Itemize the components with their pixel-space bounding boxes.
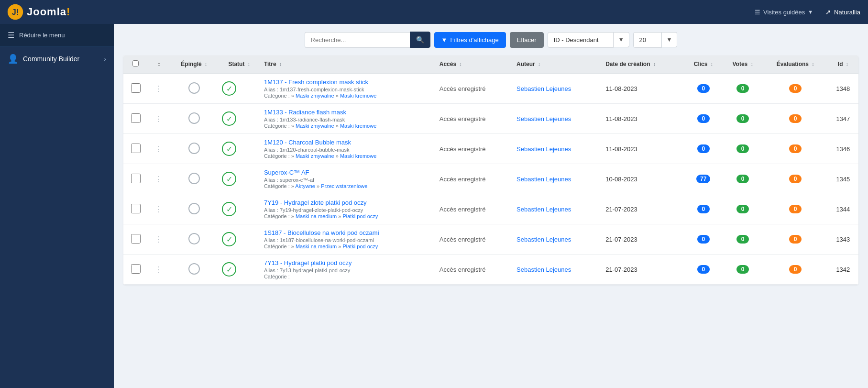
row-id-cell: 1345	[828, 164, 858, 194]
col-auteur-header[interactable]: Auteur ↕	[513, 55, 602, 73]
pin-radio[interactable]	[188, 203, 200, 214]
row-votes-cell: 0	[723, 104, 763, 134]
cat2-link[interactable]: Maski kremowe	[340, 123, 376, 129]
pin-radio[interactable]	[188, 143, 200, 154]
cat2-link[interactable]: Maski kremowe	[340, 93, 376, 99]
cat2-link[interactable]: Płatki pod oczy	[342, 244, 378, 249]
row-checkbox[interactable]	[131, 144, 141, 153]
per-page-select[interactable]: 20 50 100 All	[633, 32, 662, 48]
item-title-link[interactable]: 7Y19 - Hydragel zlote platki pod oczy	[264, 199, 367, 206]
col-created-header[interactable]: Date de création ↕	[602, 55, 684, 73]
status-check[interactable]: ✓	[222, 172, 236, 186]
author-link[interactable]: Sebastien Lejeunes	[516, 236, 571, 243]
col-access-header[interactable]: Accès ↕	[436, 55, 513, 73]
col-titre-header[interactable]: Titre ↕	[260, 55, 436, 73]
item-title-link[interactable]: 1M137 - Fresh complexion mask stick	[264, 78, 368, 86]
access-label: Accès	[439, 61, 456, 67]
drag-handle[interactable]: ⋮	[155, 205, 163, 213]
status-check[interactable]: ✓	[222, 81, 236, 96]
drag-handle[interactable]: ⋮	[155, 266, 163, 274]
cat2-link[interactable]: Maski kremowe	[340, 153, 376, 159]
status-check[interactable]: ✓	[222, 232, 236, 246]
cat2-link[interactable]: Przeciwstarzeniowe	[321, 183, 367, 189]
votes-badge: 0	[736, 144, 749, 153]
pin-radio[interactable]	[188, 233, 200, 244]
drag-handle[interactable]: ⋮	[155, 85, 163, 93]
sidebar-reduce-button[interactable]: ☰ Réduire le menu	[0, 24, 114, 47]
row-eval-cell: 0	[763, 134, 827, 164]
cat1-link[interactable]: Maski zmywalne	[296, 153, 334, 159]
sort-select[interactable]: ID - Descendant ID - Ascendant Titre - A…	[548, 32, 614, 48]
row-checkbox[interactable]	[131, 83, 141, 93]
col-clicks-header[interactable]: Clics ↕	[684, 55, 723, 73]
row-drag-cell: ⋮	[148, 73, 170, 104]
row-id-cell: 1348	[828, 73, 858, 104]
cat2-link[interactable]: Płatki pod oczy	[342, 213, 378, 219]
row-title-cell: 7Y19 - Hydragel zlote platki pod oczy Al…	[260, 194, 436, 224]
pin-radio[interactable]	[188, 173, 200, 184]
epingle-label: Épinglé	[181, 61, 201, 67]
status-check[interactable]: ✓	[222, 262, 236, 277]
votes-badge: 0	[736, 175, 749, 183]
search-input[interactable]	[305, 32, 410, 48]
row-eval-cell: 0	[763, 224, 827, 255]
row-checkbox[interactable]	[131, 264, 141, 274]
col-eval-header[interactable]: Évaluations ↕	[763, 55, 827, 73]
col-id-header[interactable]: Id ↕	[828, 55, 858, 73]
author-link[interactable]: Sebastien Lejeunes	[516, 115, 571, 122]
cat1-link[interactable]: Maski na medium	[296, 244, 337, 249]
status-check[interactable]: ✓	[222, 142, 236, 156]
filters-button[interactable]: ▼ Filtres d'affichage	[434, 32, 506, 48]
author-link[interactable]: Sebastien Lejeunes	[516, 145, 571, 153]
topbar: ☰ Visites guidées ▼ ➚ Naturallia	[114, 0, 868, 24]
cat1-link[interactable]: Maski na medium	[296, 213, 337, 219]
author-link[interactable]: Sebastien Lejeunes	[516, 266, 571, 273]
drag-handle[interactable]: ⋮	[155, 175, 163, 183]
guided-visits-button[interactable]: ☰ Visites guidées ▼	[750, 6, 818, 19]
clicks-badge: 0	[697, 205, 710, 213]
pin-sort-icon: ↕	[157, 61, 160, 67]
pin-radio[interactable]	[188, 112, 200, 124]
drag-handle[interactable]: ⋮	[155, 145, 163, 153]
votes-badge: 0	[736, 265, 749, 274]
row-checkbox[interactable]	[131, 113, 141, 123]
row-checkbox[interactable]	[131, 234, 141, 244]
item-title-link[interactable]: 1S187 - Biocellulose na worki pod oczami	[264, 229, 379, 236]
row-checkbox[interactable]	[131, 174, 141, 183]
votes-label: Votes	[733, 61, 748, 67]
row-checkbox[interactable]	[131, 204, 141, 213]
author-link[interactable]: Sebastien Lejeunes	[516, 206, 571, 213]
row-created-cell: 21-07-2023	[602, 224, 684, 255]
status-check[interactable]: ✓	[222, 111, 236, 126]
item-cat: Catégorie : » Maski na medium » Płatki p…	[264, 244, 432, 249]
cat1-link[interactable]: Aktywne	[295, 183, 315, 189]
author-link[interactable]: Sebastien Lejeunes	[516, 176, 571, 183]
select-all-checkbox[interactable]	[132, 60, 139, 67]
row-access-cell: Accès enregistré	[436, 224, 513, 255]
drag-handle[interactable]: ⋮	[155, 235, 163, 244]
eval-badge: 0	[789, 175, 802, 183]
pin-radio[interactable]	[188, 82, 200, 94]
col-epingle-header[interactable]: Épinglé ↕	[170, 55, 218, 73]
item-title-link[interactable]: 1M120 - Charcoal Bubble mask	[264, 139, 351, 146]
titre-sort-icon: ↕	[279, 62, 282, 67]
search-wrapper: 🔍	[305, 32, 430, 48]
drag-handle[interactable]: ⋮	[155, 115, 163, 123]
author-link[interactable]: Sebastien Lejeunes	[516, 85, 571, 92]
item-title-link[interactable]: 1M133 - Radiance flash mask	[264, 109, 346, 116]
guided-visits-chevron: ▼	[808, 9, 813, 15]
pin-radio[interactable]	[188, 263, 200, 275]
item-title-link[interactable]: Superox-C™ AF	[264, 169, 309, 176]
status-check[interactable]: ✓	[222, 202, 236, 216]
clear-button[interactable]: Effacer	[510, 32, 544, 48]
cat1-link[interactable]: Maski zmywalne	[296, 93, 334, 99]
item-title-link[interactable]: 7Y13 - Hydragel platki pod oczy	[264, 259, 352, 266]
col-votes-header[interactable]: Votes ↕	[723, 55, 763, 73]
joomla-logo[interactable]: J! Joomla!	[7, 3, 70, 21]
col-statut-header[interactable]: Statut ↕	[218, 55, 260, 73]
search-button[interactable]: 🔍	[410, 32, 430, 48]
item-cat: Catégorie : » Maski zmywalne » Maski kre…	[264, 93, 432, 99]
user-menu[interactable]: ➚ Naturallia	[825, 8, 860, 16]
cat1-link[interactable]: Maski zmywalne	[296, 123, 334, 129]
sidebar-item-community-builder[interactable]: 👤 Community Builder ›	[0, 47, 114, 71]
